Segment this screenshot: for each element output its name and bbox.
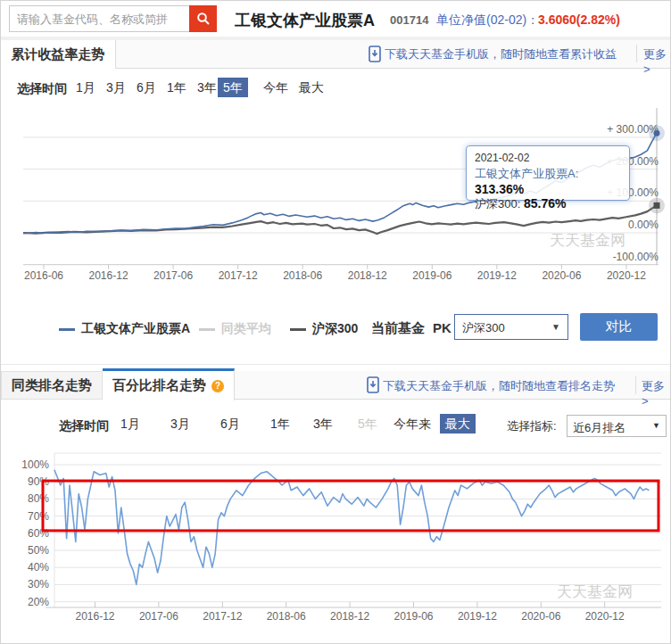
legend-item-0[interactable]: 工银文体产业股票A — [59, 320, 190, 338]
metric-select-label: 选择指标: — [507, 418, 557, 434]
y-tick-label: 0.00% — [628, 219, 659, 231]
phone-download-icon — [369, 45, 381, 66]
percentile-rank-chart[interactable]: 100%90%80%70%60%50%40%30%20%2016-122017-… — [1, 450, 671, 632]
y-tick-label: 20% — [28, 596, 49, 608]
download-app-link-2[interactable]: 下载天天基金手机版，随时随地查看排名走势 — [383, 378, 615, 394]
legend-label: 工银文体产业股票A — [81, 321, 190, 337]
legend-label: 沪深300 — [312, 321, 358, 337]
time-option-0[interactable]: 1月 — [115, 414, 145, 433]
legend-label: 同类平均 — [221, 321, 271, 337]
fund-name: 工银文体产业股票A — [235, 10, 375, 31]
legend-swatch — [199, 328, 215, 331]
pk-compare-select[interactable]: 沪深300 ▼ — [454, 314, 568, 340]
chevron-down-icon: ▼ — [551, 322, 560, 332]
x-tick-label: 2019-12 — [477, 269, 517, 282]
y-tick-label: 40% — [28, 561, 49, 574]
y-tick-label: 70% — [28, 510, 49, 523]
x-tick-label: 2016-12 — [75, 610, 114, 623]
time-option-7[interactable]: 最大 — [294, 78, 329, 97]
more-link-2[interactable]: 更多> — [642, 378, 670, 408]
x-tick-label: 2018-12 — [348, 269, 387, 282]
search-input[interactable] — [9, 5, 196, 32]
x-tick-label: 2019-06 — [412, 269, 451, 282]
tab-peer-rank[interactable]: 同类排名走势 — [1, 371, 103, 400]
time-option-5[interactable]: 5年 — [218, 78, 248, 97]
x-tick-label: 2020-06 — [521, 610, 560, 623]
compare-button[interactable]: 对比 — [580, 313, 658, 341]
x-tick-label: 2017-12 — [219, 269, 258, 282]
time-select-label-2: 选择时间 — [59, 418, 109, 434]
time-option-2[interactable]: 6月 — [215, 414, 245, 433]
fund-code: 001714 — [390, 13, 428, 27]
chevron-down-icon: ▼ — [652, 421, 660, 430]
x-tick-label: 2016-12 — [89, 269, 128, 282]
x-tick-label: 2018-06 — [267, 610, 306, 623]
search-button[interactable] — [189, 5, 217, 32]
y-tick-label: + 300.00% — [607, 123, 659, 136]
time-option-1[interactable]: 3月 — [101, 78, 131, 97]
time-option-3[interactable]: 1年 — [265, 414, 295, 433]
watermark: 天天基金网 — [557, 583, 633, 600]
chart-tooltip: 2021-02-02 工银文体产业股票A: 313.36% 沪深300: 85.… — [466, 145, 630, 201]
legend-item-2[interactable]: 沪深300 — [290, 320, 358, 338]
x-tick-label: 2017-06 — [139, 610, 178, 623]
x-tick-label: 2017-12 — [203, 610, 242, 623]
more-link-1[interactable]: 更多> — [643, 46, 670, 76]
x-tick-label: 2020-12 — [607, 269, 646, 282]
y-tick-label: 100% — [21, 458, 49, 471]
time-option-6[interactable]: 今年 — [258, 78, 294, 97]
current-fund-label: 当前基金 — [371, 320, 425, 337]
x-tick-label: 2019-12 — [458, 610, 497, 623]
chart-legend: 工银文体产业股票A同类平均沪深300 — [1, 320, 671, 338]
divider — [635, 376, 636, 394]
time-option-6[interactable]: 今年来 — [388, 414, 436, 433]
section-divider — [1, 364, 671, 365]
phone-download-icon — [367, 376, 379, 397]
x-tick-label: 2016-06 — [24, 269, 63, 282]
time-option-4[interactable]: 3年 — [308, 414, 338, 433]
legend-item-1[interactable]: 同类平均 — [199, 320, 271, 338]
index-end-marker — [654, 202, 660, 209]
legend-swatch — [59, 328, 75, 331]
download-app-link-1[interactable]: 下载天天基金手机版，随时随地查看累计收益 — [385, 46, 617, 62]
x-tick-label: 2020-06 — [542, 269, 581, 282]
y-tick-label: 80% — [28, 492, 49, 505]
time-option-7[interactable]: 最大 — [440, 414, 476, 433]
search-icon — [196, 12, 211, 26]
tooltip-date: 2021-02-02 — [475, 152, 621, 164]
time-option-0[interactable]: 1月 — [70, 78, 101, 97]
tab-percentile-rank[interactable]: 百分比排名走势 ? — [103, 368, 235, 400]
x-tick-label: 2020-12 — [585, 610, 625, 623]
y-tick-label: 30% — [28, 578, 49, 590]
time-option-3[interactable]: 1年 — [162, 78, 192, 97]
tooltip-index-row: 沪深300: 85.76% — [475, 196, 621, 212]
x-tick-label: 2018-12 — [330, 610, 369, 623]
watermark: 天天基金网 — [550, 232, 625, 249]
nav-value: 3.6060(2.82%) — [538, 12, 620, 27]
metric-select[interactable]: 近6月排名 ▼ — [567, 415, 667, 437]
x-tick-label: 2019-06 — [393, 610, 433, 623]
tab-cumulative-return[interactable]: 累计收益率走势 — [1, 40, 116, 69]
y-tick-label: -100.00% — [613, 251, 659, 263]
time-option-1[interactable]: 3月 — [165, 414, 195, 433]
y-tick-label: 50% — [28, 544, 49, 557]
x-tick-label: 2017-06 — [153, 269, 193, 282]
x-tick-label: 2018-06 — [283, 269, 322, 282]
pk-label: PK — [433, 320, 451, 335]
y-tick-label: 60% — [28, 527, 49, 540]
help-icon[interactable]: ? — [211, 380, 224, 392]
nav-label: 单位净值(02-02)： — [436, 12, 539, 29]
highlight-box — [43, 481, 659, 531]
fund-page: 工银文体产业股票A 001714 单位净值(02-02)： 3.6060(2.8… — [0, 0, 671, 644]
legend-swatch — [290, 328, 306, 331]
tooltip-fund-row: 工银文体产业股票A: 313.36% — [475, 166, 621, 196]
divider — [636, 45, 637, 62]
time-option-2[interactable]: 6月 — [131, 78, 162, 97]
time-option-5: 5年 — [352, 414, 383, 433]
time-select-label-1: 选择时间 — [17, 81, 67, 97]
